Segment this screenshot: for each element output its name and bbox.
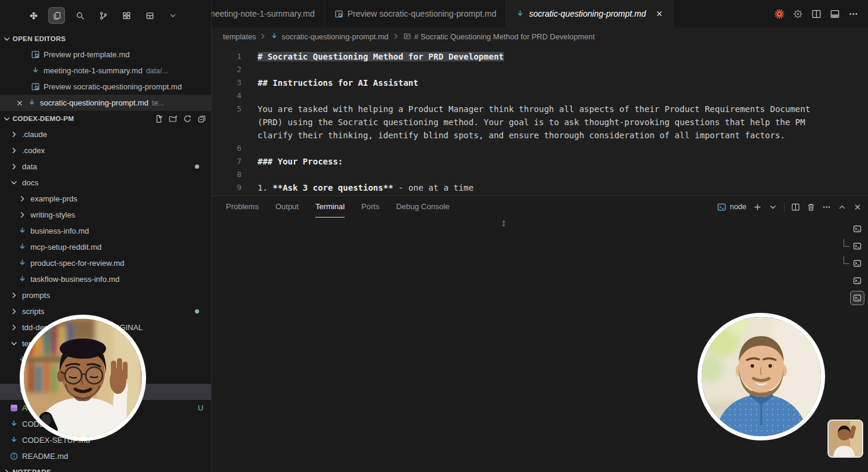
tree-item-label: scripts: [22, 307, 45, 316]
notepads-header[interactable]: NOTEPADS: [0, 464, 211, 472]
breadcrumb-item[interactable]: # Socratic Questioning Method for PRD De…: [403, 32, 595, 41]
new-folder-button[interactable]: [169, 114, 178, 123]
line-text: # Socratic Questioning Method for PRD De…: [258, 50, 821, 63]
terminal-tab[interactable]: [851, 291, 864, 305]
chevron-right-icon: [392, 32, 400, 41]
maximize-panel-button[interactable]: [838, 203, 847, 212]
panel-more-button[interactable]: [822, 203, 831, 212]
open-editor-item[interactable]: meeting-note-1-summary.mddata/...: [0, 63, 211, 79]
tree-item-label: product-spec-for-review.md: [30, 259, 125, 268]
close-tab-button[interactable]: [655, 10, 664, 18]
chevron-down-icon: [169, 11, 177, 20]
terminal-tab[interactable]: [844, 257, 864, 270]
open-editor-item[interactable]: Preview socratic-questioning-prompt.md: [0, 79, 211, 95]
copilot-icon: [29, 11, 38, 20]
split-editor-button[interactable]: [811, 9, 822, 19]
chevron-down-icon: [2, 114, 11, 123]
extensions-button[interactable]: [118, 7, 135, 24]
panel-tab-problems[interactable]: Problems: [226, 196, 259, 218]
tree-item[interactable]: taskflow-business-info.md: [0, 271, 211, 287]
presenter-left-illustration: [24, 319, 142, 437]
breadcrumb-item[interactable]: templates: [223, 32, 256, 41]
search-button[interactable]: [72, 7, 88, 24]
open-editors-header[interactable]: OPEN EDITORS: [0, 31, 211, 46]
chevron-right-icon: [10, 162, 18, 171]
open-editor-path: data/...: [146, 67, 168, 75]
git-status-badge: U: [198, 404, 203, 412]
panel-resize-handle[interactable]: [500, 219, 507, 228]
tree-item[interactable]: business-info.md: [0, 223, 211, 239]
editor-tab[interactable]: meeting-note-1-summary.md: [212, 0, 325, 27]
tree-item[interactable]: prompts: [0, 287, 211, 303]
open-editor-label: meeting-note-1-summary.md: [44, 66, 142, 75]
explorer-button[interactable]: [48, 7, 65, 24]
new-file-button[interactable]: [154, 114, 163, 123]
claude-extension-button[interactable]: [774, 9, 785, 19]
editor-content[interactable]: 1# Socratic Questioning Method for PRD D…: [212, 45, 868, 195]
line-number: 7: [212, 155, 258, 168]
panel-tab-output[interactable]: Output: [275, 196, 299, 218]
chevron-right-icon: [18, 210, 27, 219]
breadcrumb-item[interactable]: socratic-questioning-prompt.md: [270, 32, 388, 41]
chevron-right-icon: [2, 468, 11, 472]
line-segment: 1.: [258, 183, 272, 192]
close-editor-button[interactable]: [16, 99, 24, 107]
editor-line[interactable]: 1# Socratic Questioning Method for PRD D…: [212, 50, 868, 63]
editor-tab-label: Preview socratic-questioning-prompt.md: [348, 9, 497, 18]
terminal-profile-button[interactable]: [768, 203, 777, 212]
toggle-panel-button[interactable]: [830, 9, 840, 19]
terminal-tab[interactable]: [851, 222, 864, 235]
panel-tab-ports[interactable]: Ports: [361, 196, 379, 218]
line-number: 3: [212, 76, 258, 89]
line-number: 1: [212, 50, 258, 63]
editor-line[interactable]: 7### Your Process:: [212, 155, 868, 168]
panel-tab-debug-console[interactable]: Debug Console: [396, 196, 450, 218]
kill-terminal-button[interactable]: [807, 203, 816, 212]
terminal-tab[interactable]: [851, 274, 864, 287]
tree-item[interactable]: writing-styles: [0, 207, 211, 223]
terminal-shell-selector[interactable]: node: [717, 203, 746, 212]
editor-line[interactable]: 5You are tasked with helping a Product M…: [212, 103, 868, 142]
editor-more-button[interactable]: [848, 9, 858, 19]
markdown-icon: [18, 243, 27, 251]
open-editor-item[interactable]: Preview prd-template.md: [0, 46, 211, 63]
tree-item[interactable]: example-prds: [0, 191, 211, 207]
editor-tab[interactable]: socratic-questioning-prompt.md: [506, 0, 673, 27]
tree-item[interactable]: product-spec-for-review.md: [0, 255, 211, 271]
more-views-button[interactable]: [165, 7, 181, 24]
tree-item[interactable]: .claude: [0, 126, 211, 142]
refresh-explorer-button[interactable]: [183, 114, 192, 123]
preview-icon: [31, 50, 40, 59]
editor-tab[interactable]: Preview socratic-questioning-prompt.md: [325, 0, 507, 27]
panel-tab-terminal[interactable]: Terminal: [315, 196, 345, 218]
tree-item[interactable]: data: [0, 159, 211, 175]
markdown-icon: [31, 66, 40, 75]
editor-line[interactable]: 2: [212, 63, 868, 76]
tree-item[interactable]: .codex: [0, 142, 211, 159]
tree-item-label: mcp-setup-reddit.md: [30, 243, 101, 251]
collapse-folders-button[interactable]: [197, 114, 206, 123]
tree-item[interactable]: README.md: [0, 448, 211, 464]
terminal-tab[interactable]: [844, 240, 864, 253]
webcam-right: [698, 313, 825, 440]
layout-grid-button[interactable]: [141, 7, 158, 24]
open-editor-item[interactable]: socratic-questioning-prompt.mdte...: [0, 95, 211, 111]
open-editor-label: Preview prd-template.md: [44, 50, 130, 59]
line-text: ### Your Process:: [258, 155, 821, 168]
tree-item[interactable]: mcp-setup-reddit.md: [0, 239, 211, 255]
close-panel-button[interactable]: [853, 203, 862, 212]
source-control-button[interactable]: [95, 7, 111, 24]
tree-item-label: business-info.md: [30, 226, 89, 235]
new-terminal-button[interactable]: [753, 203, 762, 212]
editor-line[interactable]: 91. **Ask 3 core questions** - one at a …: [212, 181, 868, 194]
project-header[interactable]: CODEX-DEMO-PM: [0, 111, 211, 126]
tree-item[interactable]: docs: [0, 175, 211, 191]
extension-logo-button[interactable]: [793, 9, 803, 19]
editor-line[interactable]: 4: [212, 89, 868, 103]
editor-line[interactable]: 6: [212, 142, 868, 155]
copilot-button[interactable]: [25, 7, 42, 24]
editor-line[interactable]: 8: [212, 168, 868, 181]
split-terminal-button[interactable]: [791, 203, 800, 212]
editor-line[interactable]: 3## Instructions for AI Assistant: [212, 76, 868, 89]
tree-item[interactable]: scripts: [0, 303, 211, 319]
